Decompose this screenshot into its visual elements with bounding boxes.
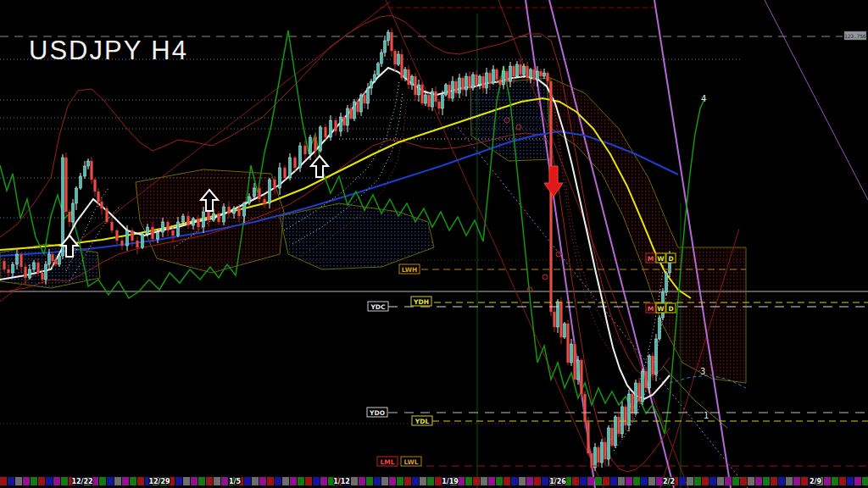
svg-text:YDC: YDC bbox=[370, 303, 386, 311]
level-label-M: M bbox=[646, 253, 655, 263]
timeline-date-label: 1/26 bbox=[549, 478, 566, 485]
wave-number: 4 bbox=[701, 94, 706, 103]
svg-text:W: W bbox=[657, 305, 665, 313]
trading-chart-window: LWHYDCYDHYDOYDLLMLLWLMWDMWD431123.75612/… bbox=[0, 0, 868, 488]
wave-number: 1 bbox=[704, 411, 709, 420]
level-label-W: W bbox=[656, 303, 665, 313]
price-level-badge: 123.756 bbox=[844, 31, 866, 40]
timeline-date-label: 1/12 bbox=[333, 478, 350, 485]
level-label-LWL: LWL bbox=[401, 457, 421, 466]
wave-number: 3 bbox=[700, 367, 705, 376]
timeline-date-label: 12/22 bbox=[71, 478, 92, 485]
level-label-D: D bbox=[666, 253, 676, 263]
up-arrow-icon bbox=[311, 156, 328, 177]
bollinger-upper-red bbox=[0, 15, 670, 376]
timeline-date-label: 12/29 bbox=[148, 478, 170, 485]
exit-circle-icon bbox=[542, 274, 548, 280]
timeline-date-label: 1/19 bbox=[442, 478, 459, 485]
level-label-YDL: YDL bbox=[412, 416, 432, 425]
timeline-strip: 12/2212/291/51/121/191/262/22/9 bbox=[0, 477, 868, 485]
session-level-lines bbox=[388, 269, 868, 466]
svg-text:W: W bbox=[657, 255, 665, 263]
svg-text:D: D bbox=[668, 305, 673, 313]
svg-text:M: M bbox=[648, 255, 654, 263]
level-label-YDH: YDH bbox=[411, 297, 431, 306]
svg-text:LWH: LWH bbox=[402, 266, 418, 274]
level-label-W: W bbox=[656, 253, 665, 263]
timeline-date-label: 1/5 bbox=[229, 478, 241, 485]
svg-text:D: D bbox=[668, 255, 673, 263]
level-label-M: M bbox=[646, 303, 655, 313]
timeline-date-label: 2/2 bbox=[663, 478, 675, 485]
chart-canvas[interactable]: LWHYDCYDHYDOYDLLMLLWLMWDMWD431123.75612/… bbox=[0, 0, 868, 488]
level-label-D: D bbox=[666, 303, 676, 313]
svg-text:LML: LML bbox=[380, 458, 394, 466]
svg-text:LWL: LWL bbox=[403, 458, 418, 466]
down-arrow-icon bbox=[544, 166, 563, 197]
svg-text:YDO: YDO bbox=[369, 409, 385, 417]
svg-text:YDH: YDH bbox=[413, 298, 429, 306]
exit-circle-icon bbox=[556, 252, 561, 257]
level-label-YDO: YDO bbox=[367, 408, 387, 417]
svg-text:M: M bbox=[648, 305, 654, 313]
level-label-YDC: YDC bbox=[368, 302, 388, 311]
svg-text:YDL: YDL bbox=[415, 418, 430, 425]
cloud-left-blue bbox=[0, 244, 100, 288]
chart-symbol-timeframe: USDJPY H4 bbox=[29, 36, 188, 66]
level-label-LML: LML bbox=[377, 457, 398, 466]
svg-text:123.756: 123.756 bbox=[844, 33, 866, 39]
timeline-date-label: 2/9 bbox=[810, 478, 821, 485]
level-label-LWH: LWH bbox=[399, 264, 420, 274]
